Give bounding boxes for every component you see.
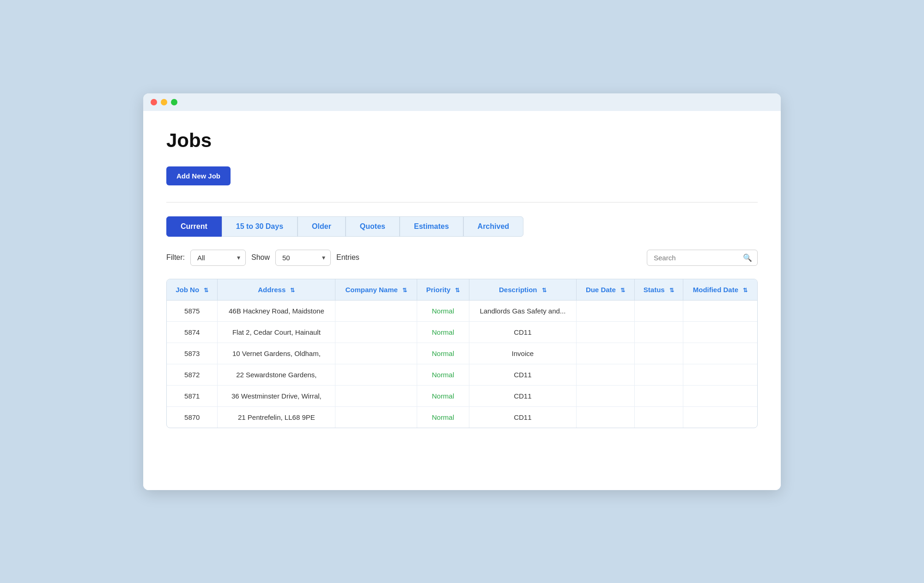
- table-header-row: Job No ⇅ Address ⇅ Company Name ⇅ Priori…: [167, 279, 757, 301]
- cell-priority: Normal: [417, 385, 469, 406]
- cell-address: 46B Hackney Road, Maidstone: [218, 300, 335, 321]
- sort-icon-status: ⇅: [669, 287, 674, 294]
- cell-due_date: [577, 364, 635, 385]
- cell-modified_date: [683, 321, 757, 343]
- col-description[interactable]: Description ⇅: [469, 279, 577, 301]
- cell-priority: Normal: [417, 406, 469, 428]
- table-row[interactable]: 587546B Hackney Road, MaidstoneNormalLan…: [167, 300, 757, 321]
- col-job-no[interactable]: Job No ⇅: [167, 279, 218, 301]
- col-due-date[interactable]: Due Date ⇅: [577, 279, 635, 301]
- search-input[interactable]: [647, 250, 758, 266]
- tab-current[interactable]: Current: [166, 216, 222, 237]
- cell-priority: Normal: [417, 343, 469, 364]
- cell-modified_date: [683, 300, 757, 321]
- cell-address: 36 Westminster Drive, Wirral,: [218, 385, 335, 406]
- sort-icon-priority: ⇅: [455, 287, 460, 294]
- cell-company_name: [335, 321, 417, 343]
- cell-company_name: [335, 385, 417, 406]
- tabs-container: Current 15 to 30 Days Older Quotes Estim…: [166, 216, 758, 237]
- cell-address: 10 Vernet Gardens, Oldham,: [218, 343, 335, 364]
- cell-description: Landlords Gas Safety and...: [469, 300, 577, 321]
- cell-job_no: 5875: [167, 300, 218, 321]
- cell-due_date: [577, 385, 635, 406]
- browser-window: Jobs Add New Job Current 15 to 30 Days O…: [143, 93, 781, 490]
- sort-icon-due-date: ⇅: [620, 287, 625, 294]
- col-address[interactable]: Address ⇅: [218, 279, 335, 301]
- cell-modified_date: [683, 385, 757, 406]
- cell-job_no: 5874: [167, 321, 218, 343]
- sort-icon-description: ⇅: [542, 287, 547, 294]
- cell-status: [634, 406, 683, 428]
- col-company-name[interactable]: Company Name ⇅: [335, 279, 417, 301]
- cell-status: [634, 300, 683, 321]
- col-priority[interactable]: Priority ⇅: [417, 279, 469, 301]
- cell-due_date: [577, 300, 635, 321]
- cell-due_date: [577, 406, 635, 428]
- cell-description: Invoice: [469, 343, 577, 364]
- toolbar: Filter: All Active Inactive Show 10 25 5…: [166, 250, 758, 266]
- cell-due_date: [577, 343, 635, 364]
- traffic-light-red[interactable]: [151, 99, 157, 105]
- cell-company_name: [335, 300, 417, 321]
- cell-modified_date: [683, 364, 757, 385]
- entries-label: Entries: [336, 253, 359, 262]
- traffic-light-yellow[interactable]: [161, 99, 167, 105]
- main-content: Jobs Add New Job Current 15 to 30 Days O…: [143, 111, 781, 490]
- col-modified-date[interactable]: Modified Date ⇅: [683, 279, 757, 301]
- table-row[interactable]: 587021 Pentrefelin, LL68 9PENormalCD11: [167, 406, 757, 428]
- cell-status: [634, 321, 683, 343]
- cell-job_no: 5872: [167, 364, 218, 385]
- tab-estimates[interactable]: Estimates: [400, 216, 463, 237]
- cell-status: [634, 385, 683, 406]
- traffic-light-green[interactable]: [171, 99, 177, 105]
- cell-address: Flat 2, Cedar Court, Hainault: [218, 321, 335, 343]
- table-row[interactable]: 587222 Sewardstone Gardens,NormalCD11: [167, 364, 757, 385]
- cell-priority: Normal: [417, 364, 469, 385]
- tab-15to30[interactable]: 15 to 30 Days: [222, 216, 298, 237]
- cell-job_no: 5873: [167, 343, 218, 364]
- sort-icon-company-name: ⇅: [402, 287, 407, 294]
- show-select[interactable]: 10 25 50 100: [275, 250, 331, 266]
- sort-icon-address: ⇅: [290, 287, 295, 294]
- tab-older[interactable]: Older: [298, 216, 346, 237]
- table-row[interactable]: 587310 Vernet Gardens, Oldham,NormalInvo…: [167, 343, 757, 364]
- cell-company_name: [335, 364, 417, 385]
- cell-job_no: 5871: [167, 385, 218, 406]
- cell-description: CD11: [469, 385, 577, 406]
- cell-modified_date: [683, 343, 757, 364]
- filter-select[interactable]: All Active Inactive: [190, 250, 246, 266]
- cell-job_no: 5870: [167, 406, 218, 428]
- jobs-table-container: Job No ⇅ Address ⇅ Company Name ⇅ Priori…: [166, 279, 758, 428]
- sort-icon-modified-date: ⇅: [743, 287, 748, 294]
- cell-modified_date: [683, 406, 757, 428]
- cell-company_name: [335, 343, 417, 364]
- page-title: Jobs: [166, 129, 758, 152]
- add-new-job-button[interactable]: Add New Job: [166, 166, 231, 185]
- cell-priority: Normal: [417, 300, 469, 321]
- table-row[interactable]: 5874Flat 2, Cedar Court, HainaultNormalC…: [167, 321, 757, 343]
- tab-quotes[interactable]: Quotes: [346, 216, 400, 237]
- cell-due_date: [577, 321, 635, 343]
- cell-status: [634, 364, 683, 385]
- jobs-table: Job No ⇅ Address ⇅ Company Name ⇅ Priori…: [167, 279, 757, 428]
- cell-description: CD11: [469, 364, 577, 385]
- sort-icon-job-no: ⇅: [204, 287, 208, 294]
- divider: [166, 202, 758, 203]
- table-row[interactable]: 587136 Westminster Drive, Wirral,NormalC…: [167, 385, 757, 406]
- search-wrapper: 🔍: [647, 250, 758, 266]
- cell-address: 21 Pentrefelin, LL68 9PE: [218, 406, 335, 428]
- cell-description: CD11: [469, 321, 577, 343]
- cell-company_name: [335, 406, 417, 428]
- table-body: 587546B Hackney Road, MaidstoneNormalLan…: [167, 300, 757, 428]
- tab-archived[interactable]: Archived: [463, 216, 523, 237]
- col-status[interactable]: Status ⇅: [634, 279, 683, 301]
- show-select-wrapper: 10 25 50 100: [275, 250, 331, 266]
- filter-label: Filter:: [166, 253, 185, 262]
- browser-chrome: [143, 93, 781, 111]
- cell-description: CD11: [469, 406, 577, 428]
- show-label: Show: [251, 253, 270, 262]
- filter-select-wrapper: All Active Inactive: [190, 250, 246, 266]
- cell-status: [634, 343, 683, 364]
- cell-priority: Normal: [417, 321, 469, 343]
- cell-address: 22 Sewardstone Gardens,: [218, 364, 335, 385]
